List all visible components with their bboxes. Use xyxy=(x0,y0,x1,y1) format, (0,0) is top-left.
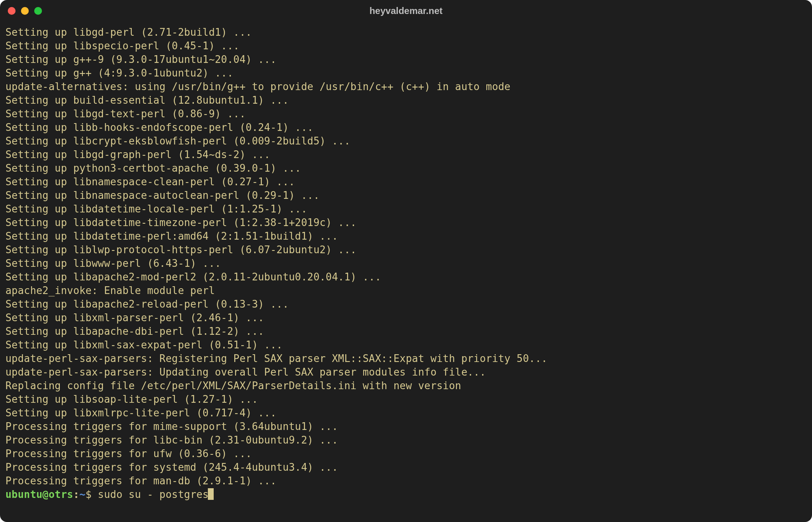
output-line: Setting up libb-hooks-endofscope-perl (0… xyxy=(5,121,807,134)
close-icon[interactable] xyxy=(8,7,16,15)
output-line: apache2_invoke: Enable module perl xyxy=(5,284,807,298)
output-line: Setting up liblwp-protocol-https-perl (6… xyxy=(5,243,807,257)
output-line: Processing triggers for libc-bin (2.31-0… xyxy=(5,433,807,447)
output-line: Setting up libdatetime-timezone-perl (1:… xyxy=(5,216,807,230)
output-line: Setting up libapache2-mod-perl2 (2.0.11-… xyxy=(5,270,807,284)
output-line: Setting up libapache-dbi-perl (1.12-2) .… xyxy=(5,325,807,338)
output-line: Processing triggers for mime-support (3.… xyxy=(5,420,807,433)
output-line: Setting up g++-9 (9.3.0-17ubuntu1~20.04)… xyxy=(5,53,807,66)
output-line: update-perl-sax-parsers: Registering Per… xyxy=(5,352,807,365)
output-line: Setting up g++ (4:9.3.0-1ubuntu2) ... xyxy=(5,66,807,80)
output-line: Setting up libxml-sax-expat-perl (0.51-1… xyxy=(5,338,807,352)
titlebar: heyvaldemar.net xyxy=(0,0,812,22)
output-line: Setting up libxml-parser-perl (2.46-1) .… xyxy=(5,311,807,325)
minimize-icon[interactable] xyxy=(21,7,29,15)
maximize-icon[interactable] xyxy=(34,7,42,15)
output-line: Setting up libgd-perl (2.71-2build1) ... xyxy=(5,26,807,39)
output-line: Setting up libcrypt-eksblowfish-perl (0.… xyxy=(5,134,807,148)
terminal-window: heyvaldemar.net Setting up libgd-perl (2… xyxy=(0,0,812,522)
output-line: Setting up libspecio-perl (0.45-1) ... xyxy=(5,39,807,53)
output-line: Setting up libapache2-reload-perl (0.13-… xyxy=(5,298,807,311)
output-line: update-perl-sax-parsers: Updating overal… xyxy=(5,365,807,379)
prompt-path: ~ xyxy=(79,489,85,500)
output-line: Setting up python3-certbot-apache (0.39.… xyxy=(5,162,807,175)
output-line: Setting up libsoap-lite-perl (1.27-1) ..… xyxy=(5,393,807,406)
prompt-user-host: ubuntu@otrs xyxy=(5,489,73,500)
prompt-symbol: $ xyxy=(85,489,92,500)
cursor-icon xyxy=(208,488,214,500)
output-line: Processing triggers for ufw (0.36-6) ... xyxy=(5,447,807,461)
output-line: Processing triggers for man-db (2.9.1-1)… xyxy=(5,474,807,488)
output-line: Setting up libdatetime-perl:amd64 (2:1.5… xyxy=(5,230,807,243)
terminal-output[interactable]: Setting up libgd-perl (2.71-2build1) ...… xyxy=(0,22,812,507)
output-line: Processing triggers for systemd (245.4-4… xyxy=(5,461,807,474)
output-line: Setting up libxmlrpc-lite-perl (0.717-4)… xyxy=(5,406,807,420)
output-line: Replacing config file /etc/perl/XML/SAX/… xyxy=(5,379,807,393)
output-line: update-alternatives: using /usr/bin/g++ … xyxy=(5,80,807,94)
output-line: Setting up libgd-text-perl (0.86-9) ... xyxy=(5,107,807,121)
traffic-lights xyxy=(8,7,42,15)
prompt-line[interactable]: ubuntu@otrs:~$ sudo su - postgres xyxy=(5,488,807,501)
window-title: heyvaldemar.net xyxy=(0,5,812,16)
output-line: Setting up libnamespace-clean-perl (0.27… xyxy=(5,175,807,189)
output-line: Setting up libwww-perl (6.43-1) ... xyxy=(5,257,807,270)
output-line: Setting up libgd-graph-perl (1.54~ds-2) … xyxy=(5,148,807,162)
command-input[interactable]: sudo su - postgres xyxy=(98,489,209,500)
prompt-separator: : xyxy=(73,489,79,500)
output-line: Setting up libdatetime-locale-perl (1:1.… xyxy=(5,202,807,216)
output-line: Setting up build-essential (12.8ubuntu1.… xyxy=(5,94,807,107)
output-line: Setting up libnamespace-autoclean-perl (… xyxy=(5,189,807,202)
